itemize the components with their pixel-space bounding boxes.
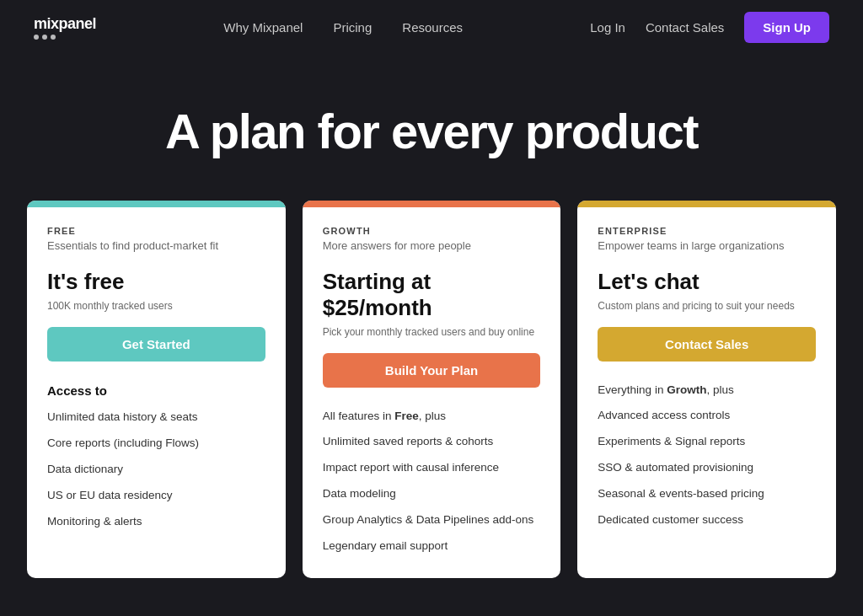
build-plan-button[interactable]: Build Your Plan xyxy=(323,353,541,388)
growth-features-intro: All features in Free, plus xyxy=(323,410,541,422)
list-item: Dedicated customer success xyxy=(598,512,816,528)
list-item: Core reports (including Flows) xyxy=(47,436,265,452)
pricing-link[interactable]: Pricing xyxy=(333,20,372,35)
growth-price: Starting at $25/month xyxy=(323,269,541,321)
logo-text: mixpanel xyxy=(34,15,96,33)
list-item: Group Analytics & Data Pipelines add-ons xyxy=(323,512,541,528)
enterprise-features-intro: Everything in Growth, plus xyxy=(598,383,816,396)
growth-card-body: GROWTH More answers for more people Star… xyxy=(303,207,561,578)
free-features-list: Unlimited data history & seats Core repo… xyxy=(47,410,265,529)
enterprise-plan-card: ENTERPRISE Empower teams in large organi… xyxy=(577,201,836,578)
growth-card-bar xyxy=(303,201,561,207)
enterprise-price: Let's chat xyxy=(598,269,816,295)
list-item: Legendary email support xyxy=(323,538,541,554)
list-item: Unlimited data history & seats xyxy=(47,410,265,426)
free-price: It's free xyxy=(47,269,265,295)
nav-center-links: Why Mixpanel Pricing Resources xyxy=(223,20,463,35)
navbar: mixpanel Why Mixpanel Pricing Resources … xyxy=(0,0,863,54)
pricing-cards: FREE Essentials to find product-market f… xyxy=(2,192,861,612)
list-item: Advanced access controls xyxy=(598,408,816,424)
hero-title: A plan for every product xyxy=(17,104,846,158)
list-item: Data dictionary xyxy=(47,462,265,478)
resources-link[interactable]: Resources xyxy=(402,20,463,35)
why-mixpanel-link[interactable]: Why Mixpanel xyxy=(223,20,303,35)
enterprise-tagline: Empower teams in large organizations xyxy=(598,239,816,252)
growth-features-list: Unlimited saved reports & cohorts Impact… xyxy=(323,434,541,554)
list-item: US or EU data residency xyxy=(47,488,265,504)
list-item: Seasonal & events-based pricing xyxy=(598,486,816,502)
free-price-sub: 100K monthly tracked users xyxy=(47,300,265,312)
login-link[interactable]: Log In xyxy=(590,20,625,35)
growth-price-sub: Pick your monthly tracked users and buy … xyxy=(323,326,541,338)
list-item: Data modeling xyxy=(323,486,541,502)
list-item: Experiments & Signal reports xyxy=(598,434,816,450)
free-tier-label: FREE xyxy=(47,226,265,236)
signup-button[interactable]: Sign Up xyxy=(744,12,829,43)
contact-sales-nav-link[interactable]: Contact Sales xyxy=(646,20,724,35)
list-item: Impact report with causal inference xyxy=(323,460,541,476)
get-started-button[interactable]: Get Started xyxy=(47,327,265,362)
free-card-body: FREE Essentials to find product-market f… xyxy=(27,207,286,578)
free-card-bar xyxy=(27,201,286,207)
enterprise-features-list: Advanced access controls Experiments & S… xyxy=(598,408,816,528)
list-item: SSO & automated provisioning xyxy=(598,460,816,476)
free-plan-card: FREE Essentials to find product-market f… xyxy=(27,201,286,578)
enterprise-card-bar xyxy=(577,201,836,207)
contact-sales-button[interactable]: Contact Sales xyxy=(598,327,816,362)
list-item: Monitoring & alerts xyxy=(47,514,265,530)
free-tagline: Essentials to find product-market fit xyxy=(47,239,265,252)
list-item: Unlimited saved reports & cohorts xyxy=(323,434,541,450)
growth-tier-label: GROWTH xyxy=(323,226,541,236)
logo[interactable]: mixpanel xyxy=(34,15,96,40)
free-features-title: Access to xyxy=(47,383,265,398)
growth-plan-card: GROWTH More answers for more people Star… xyxy=(303,201,561,578)
enterprise-price-sub: Custom plans and pricing to suit your ne… xyxy=(598,300,816,312)
hero-section: A plan for every product xyxy=(0,54,863,192)
nav-right-links: Log In Contact Sales Sign Up xyxy=(590,12,829,43)
enterprise-card-body: ENTERPRISE Empower teams in large organi… xyxy=(577,207,836,578)
logo-dots xyxy=(34,35,56,40)
growth-tagline: More answers for more people xyxy=(323,239,541,252)
enterprise-tier-label: ENTERPRISE xyxy=(598,226,816,236)
